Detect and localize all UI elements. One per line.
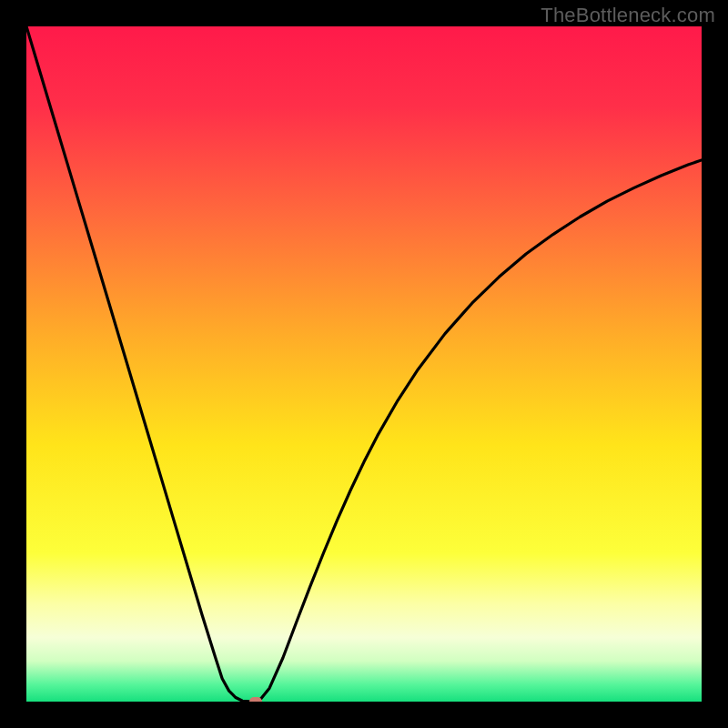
plot-area (26, 26, 702, 702)
optimal-point-marker (249, 697, 262, 702)
chart-frame: TheBottleneck.com (0, 0, 728, 728)
bottleneck-curve (26, 26, 702, 702)
watermark-text: TheBottleneck.com (541, 4, 715, 27)
